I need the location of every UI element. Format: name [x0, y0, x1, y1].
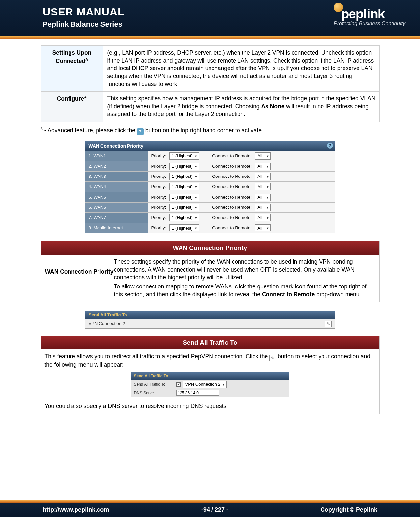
wan-row: 6. WAN6Priority:1 (Highest)Connect to Re… — [85, 202, 335, 212]
wan-row: 2. WAN2Priority:1 (Highest)Connect to Re… — [85, 161, 335, 171]
sat-closing-text: You could also specify a DNS server to r… — [45, 402, 376, 410]
wan-row-name: 2. WAN2 — [85, 161, 148, 171]
wan-priority-screenshot: WAN Connection Priority ? 1. WAN1Priorit… — [85, 141, 335, 233]
sat-shot-header: Send All Traffic To — [85, 311, 335, 319]
wan-shot-header: WAN Connection Priority ? — [85, 141, 335, 151]
sat2-row-label: DNS Server — [134, 390, 174, 395]
edit-icon[interactable]: ✎ — [325, 321, 332, 327]
sat2-row-label: Send All Traffic To — [134, 382, 174, 387]
header-stripe — [0, 36, 420, 39]
connect-remote-label: Connect to Remote: — [212, 204, 252, 210]
connect-remote-label: Connect to Remote: — [212, 174, 252, 179]
wan-row: 8. Mobile InternetPriority:1 (Highest)Co… — [85, 223, 335, 233]
wan-row-name: 5. WAN5 — [85, 192, 148, 202]
sat-value: VPN Connection 2 — [89, 321, 125, 327]
section-row-label: WAN Connection Priority — [45, 258, 114, 276]
def-desc-configure: This setting specifies how a management … — [103, 92, 379, 122]
priority-select[interactable]: 1 (Highest) — [169, 183, 199, 190]
sat2-header: Send All Traffic To — [131, 372, 289, 380]
wan-row-name: 6. WAN6 — [85, 203, 148, 212]
help-icon[interactable]: ? — [327, 143, 333, 149]
brand-logo: peplink Protecting Business Continuity — [334, 7, 405, 27]
checkbox-icon[interactable] — [176, 382, 181, 387]
connect-remote-select[interactable]: All — [255, 204, 271, 211]
connect-remote-label: Connect to Remote: — [212, 153, 252, 159]
priority-select[interactable]: 1 (Highest) — [169, 152, 199, 160]
footer-page-number: -94 / 227 - — [201, 506, 228, 513]
def-desc-settings-upon-connected: (e.g., LAN port IP address, DHCP server,… — [103, 46, 379, 92]
wan-row-name: 7. WAN7 — [85, 213, 148, 223]
section-row-text: These settings specify the priority of t… — [114, 258, 376, 298]
help-icon: ? — [137, 128, 144, 135]
wan-row: 4. WAN4Priority:1 (Highest)Connect to Re… — [85, 181, 335, 192]
footer-copyright: Copyright © Peplink — [321, 506, 377, 513]
section-heading: Send All Traffic To — [41, 336, 379, 350]
connect-remote-label: Connect to Remote: — [212, 163, 252, 169]
priority-label: Priority: — [151, 204, 166, 210]
dns-server-input[interactable]: 135.36.14.0 — [176, 390, 219, 396]
priority-select[interactable]: 1 (Highest) — [169, 163, 199, 170]
footer-url: http://www.peplink.com — [43, 506, 109, 513]
connect-remote-select[interactable]: All — [255, 194, 271, 201]
def-label-configure: ConfigureA — [41, 92, 103, 122]
priority-select[interactable]: 1 (Highest) — [169, 204, 199, 211]
brand-tagline: Protecting Business Continuity — [334, 21, 405, 27]
wan-priority-section: WAN Connection Priority WAN Connection P… — [41, 241, 380, 302]
wan-row: 7. WAN7Priority:1 (Highest)Connect to Re… — [85, 212, 335, 223]
connect-remote-select[interactable]: All — [255, 224, 271, 231]
page-footer: http://www.peplink.com -94 / 227 - Copyr… — [0, 503, 420, 517]
wan-row-name: 8. Mobile Internet — [85, 223, 148, 233]
send-all-traffic-section: Send All Traffic To This feature allows … — [41, 336, 380, 414]
wan-row-name: 3. WAN3 — [85, 172, 148, 181]
wan-row-name: 1. WAN1 — [85, 151, 148, 161]
footer-stripe — [0, 500, 420, 503]
priority-label: Priority: — [151, 163, 166, 169]
connect-remote-select[interactable]: All — [255, 173, 271, 180]
priority-label: Priority: — [151, 225, 166, 231]
wan-row: 1. WAN1Priority:1 (Highest)Connect to Re… — [85, 151, 335, 161]
settings-definition-table: Settings Upon ConnectedA (e.g., LAN port… — [41, 45, 380, 122]
wan-row-name: 4. WAN4 — [85, 182, 148, 192]
priority-select[interactable]: 1 (Highest) — [169, 214, 199, 221]
send-all-traffic-menu-screenshot: Send All Traffic To Send All Traffic To … — [131, 372, 289, 397]
advanced-footnote: A - Advanced feature, please click the ?… — [41, 126, 380, 135]
priority-select[interactable]: 1 (Highest) — [169, 224, 199, 231]
section-body: This feature allows you to redirect all … — [41, 349, 379, 414]
page-header: USER MANUAL Peplink Balance Series pepli… — [0, 0, 420, 36]
send-all-traffic-screenshot: Send All Traffic To VPN Connection 2 ✎ — [85, 311, 335, 328]
manual-subtitle: Peplink Balance Series — [43, 20, 124, 29]
priority-label: Priority: — [151, 184, 166, 190]
priority-label: Priority: — [151, 215, 166, 221]
connect-remote-label: Connect to Remote: — [212, 215, 252, 221]
brand-name: peplink — [341, 7, 385, 21]
edit-icon: ✎ — [269, 355, 276, 361]
priority-select[interactable]: 1 (Highest) — [169, 173, 199, 180]
connect-remote-label: Connect to Remote: — [212, 225, 252, 231]
table-row: ConfigureA This setting specifies how a … — [41, 92, 379, 122]
table-row: Settings Upon ConnectedA (e.g., LAN port… — [41, 46, 379, 92]
wan-row: 3. WAN3Priority:1 (Highest)Connect to Re… — [85, 171, 335, 181]
logo-dot-icon — [334, 3, 343, 12]
priority-label: Priority: — [151, 153, 166, 159]
def-label-settings-upon-connected: Settings Upon ConnectedA — [41, 46, 103, 92]
connect-remote-select[interactable]: All — [255, 214, 271, 221]
vpn-connection-select[interactable]: VPN Connection 2 — [183, 381, 227, 388]
priority-select[interactable]: 1 (Highest) — [169, 194, 199, 201]
connect-remote-select[interactable]: All — [255, 183, 271, 190]
priority-label: Priority: — [151, 194, 166, 200]
priority-label: Priority: — [151, 174, 166, 179]
wan-row: 5. WAN5Priority:1 (Highest)Connect to Re… — [85, 192, 335, 202]
connect-remote-label: Connect to Remote: — [212, 184, 252, 190]
section-heading: WAN Connection Priority — [41, 241, 379, 255]
connect-remote-select[interactable]: All — [255, 152, 271, 160]
connect-remote-label: Connect to Remote: — [212, 194, 252, 200]
manual-title: USER MANUAL — [43, 6, 124, 18]
connect-remote-select[interactable]: All — [255, 163, 271, 170]
